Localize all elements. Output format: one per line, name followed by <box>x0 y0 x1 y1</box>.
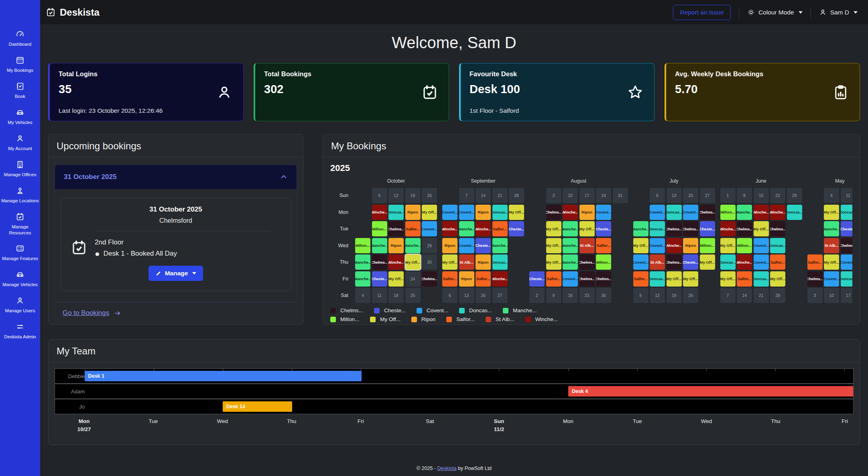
calendar-booking-cell[interactable]: Doncas... <box>770 238 785 253</box>
calendar-booking-cell[interactable]: Covent... <box>841 254 853 270</box>
calendar-booking-cell[interactable]: Manche... <box>563 254 578 270</box>
calendar-booking-cell[interactable]: Doncas... <box>650 221 665 236</box>
calendar-booking-cell[interactable]: Salfor... <box>807 254 823 270</box>
calendar-booking-cell[interactable]: My Off... <box>667 271 682 287</box>
calendar-booking-cell[interactable]: Doncas... <box>650 271 665 287</box>
sidebar-item-manage-resources[interactable]: Manage Resources <box>1 212 39 236</box>
manage-button[interactable]: Manage <box>148 266 203 281</box>
calendar-booking-cell[interactable]: Manche... <box>405 238 421 253</box>
calendar-booking-cell[interactable]: Manche... <box>633 221 648 236</box>
calendar-booking-cell[interactable]: Manche... <box>459 221 474 236</box>
calendar-booking-cell[interactable]: Doncas... <box>492 205 508 220</box>
calendar-booking-cell[interactable]: Chelms... <box>546 205 561 220</box>
calendar-booking-cell[interactable]: St Alb... <box>650 254 665 270</box>
calendar-booking-cell[interactable]: Chelms... <box>596 271 611 287</box>
calendar-booking-cell[interactable]: My Off... <box>824 205 839 220</box>
calendar-booking-cell[interactable]: Manche... <box>372 238 387 253</box>
calendar-booking-cell[interactable]: Covent... <box>596 205 611 220</box>
calendar-booking-cell[interactable]: Doncas... <box>388 205 404 220</box>
sidebar-item-manage-features[interactable]: Manage Features <box>1 244 39 262</box>
calendar-booking-cell[interactable]: Ripon <box>476 254 491 270</box>
calendar-booking-cell[interactable]: Ripon <box>476 205 491 220</box>
calendar-booking-cell[interactable]: My Off... <box>422 205 437 220</box>
calendar-booking-cell[interactable]: Chelms... <box>700 205 715 220</box>
calendar-booking-cell[interactable]: My Off... <box>546 238 561 253</box>
go-to-bookings-link[interactable]: Go to Bookings <box>63 309 121 317</box>
calendar-booking-cell[interactable]: Chelms... <box>667 221 682 236</box>
calendar-booking-cell[interactable]: Doncas... <box>492 254 508 270</box>
calendar-booking-cell[interactable]: Manche... <box>563 221 578 236</box>
calendar-booking-cell[interactable]: My Off... <box>824 254 839 270</box>
sidebar-item-dashboard[interactable]: Dashboard <box>1 30 39 47</box>
calendar-booking-cell[interactable]: Cheste... <box>841 221 853 236</box>
calendar-booking-cell[interactable]: Covent... <box>633 254 648 270</box>
calendar-booking-cell[interactable]: Ripon <box>459 271 474 287</box>
calendar-booking-cell[interactable]: Manche... <box>355 254 370 270</box>
calendar-booking-cell[interactable]: Covent... <box>754 238 769 253</box>
calendar-booking-cell[interactable]: Covent... <box>442 205 457 220</box>
calendar-booking-cell[interactable]: Winche... <box>667 238 682 253</box>
calendar-booking-cell[interactable]: Ripon <box>388 238 404 253</box>
calendar-booking-cell[interactable]: Chelms... <box>579 254 595 270</box>
calendar-booking-cell[interactable]: My Off... <box>546 254 561 270</box>
calendar-booking-cell[interactable]: Chelms... <box>372 254 387 270</box>
calendar-booking-cell[interactable]: Manche... <box>824 221 839 236</box>
calendar-booking-cell[interactable]: Cheste... <box>596 221 611 236</box>
calendar-booking-cell[interactable]: Milton... <box>372 221 387 236</box>
sidebar-item-manage-users[interactable]: Manage Users <box>1 296 39 314</box>
calendar-booking-cell[interactable]: Chelms... <box>422 271 437 287</box>
calendar-booking-cell[interactable]: Covent... <box>754 254 769 270</box>
calendar-booking-cell[interactable]: Salfor... <box>633 271 648 287</box>
calendar-booking-cell[interactable]: Manche... <box>355 271 370 287</box>
sidebar-item-manage-locations[interactable]: Manage Locations <box>1 186 39 204</box>
calendar-booking-cell[interactable]: Doncas... <box>841 205 853 220</box>
sidebar-item-manage-vehicles[interactable]: Manage Vehicles <box>1 270 39 288</box>
calendar-booking-cell[interactable]: Chelms... <box>770 221 785 236</box>
report-issue-button[interactable]: Report an Issue <box>673 5 730 20</box>
calendar-booking-cell[interactable]: Covent... <box>422 221 437 236</box>
calendar-booking-cell[interactable]: Doncas... <box>720 254 736 270</box>
calendar-booking-cell[interactable]: Salfor... <box>546 271 561 287</box>
accordion-header[interactable]: 31 October 2025 <box>55 165 297 189</box>
user-menu-dropdown[interactable]: Sam D <box>819 8 858 16</box>
calendar-booking-cell[interactable]: Covent... <box>824 271 839 287</box>
calendar-booking-cell[interactable]: Milton... <box>355 238 370 253</box>
calendar-booking-cell[interactable]: Winche... <box>563 205 578 220</box>
calendar-booking-cell[interactable]: Chelms... <box>579 271 595 287</box>
calendar-booking-cell[interactable]: Manche... <box>737 205 752 220</box>
calendar-booking-cell[interactable]: My Off... <box>442 254 457 270</box>
calendar-booking-cell[interactable]: Milton... <box>596 254 611 270</box>
calendar-booking-cell[interactable]: Chelms... <box>737 221 752 236</box>
calendar-booking-cell[interactable]: My Off... <box>700 254 715 270</box>
calendar-booking-cell[interactable]: Doncas... <box>667 205 682 220</box>
calendar-booking-cell[interactable]: Salfor... <box>405 221 421 236</box>
calendar-booking-cell[interactable]: Covent... <box>650 238 665 253</box>
calendar-booking-cell[interactable]: Ripon <box>442 238 457 253</box>
calendar-booking-cell[interactable]: Winche... <box>754 205 769 220</box>
calendar-booking-cell[interactable]: Covent... <box>459 238 474 253</box>
calendar-booking-cell[interactable]: Salfor... <box>476 271 491 287</box>
calendar-booking-cell[interactable]: My Off... <box>770 271 785 287</box>
calendar-booking-cell[interactable]: My Off... <box>754 221 769 236</box>
calendar-booking-cell[interactable]: Covent... <box>683 205 698 220</box>
calendar-booking-cell[interactable]: Winche... <box>476 221 491 236</box>
calendar-booking-cell[interactable]: Chelms... <box>388 221 404 236</box>
calendar-booking-cell[interactable]: My Off... <box>388 271 404 287</box>
calendar-booking-cell[interactable]: Winche... <box>492 271 508 287</box>
calendar-booking-cell[interactable]: Salfor... <box>492 221 508 236</box>
calendar-booking-cell[interactable]: My Off... <box>579 221 595 236</box>
calendar-booking-cell[interactable]: Winche... <box>388 254 404 270</box>
calendar-booking-cell[interactable]: Cheste... <box>372 271 387 287</box>
calendar-booking-cell[interactable]: Cheste... <box>683 254 698 270</box>
calendar-booking-cell[interactable]: Doncas... <box>787 205 802 220</box>
sidebar-item-deskista-admin[interactable]: Deskista Admin <box>1 322 39 340</box>
footer-deskista-link[interactable]: Deskista <box>437 466 457 471</box>
calendar-booking-cell[interactable]: My Off... <box>509 205 524 220</box>
sidebar-item-my-account[interactable]: My Account <box>1 134 39 152</box>
calendar-booking-cell[interactable]: Winche... <box>372 205 387 220</box>
calendar-booking-cell[interactable]: Ripon <box>405 205 421 220</box>
calendar-booking-cell[interactable]: Covent... <box>650 205 665 220</box>
calendar-booking-cell[interactable]: Milton... <box>720 205 736 220</box>
calendar-booking-cell[interactable]: Salfor... <box>442 271 457 287</box>
calendar-booking-cell[interactable]: Cheste... <box>476 238 491 253</box>
